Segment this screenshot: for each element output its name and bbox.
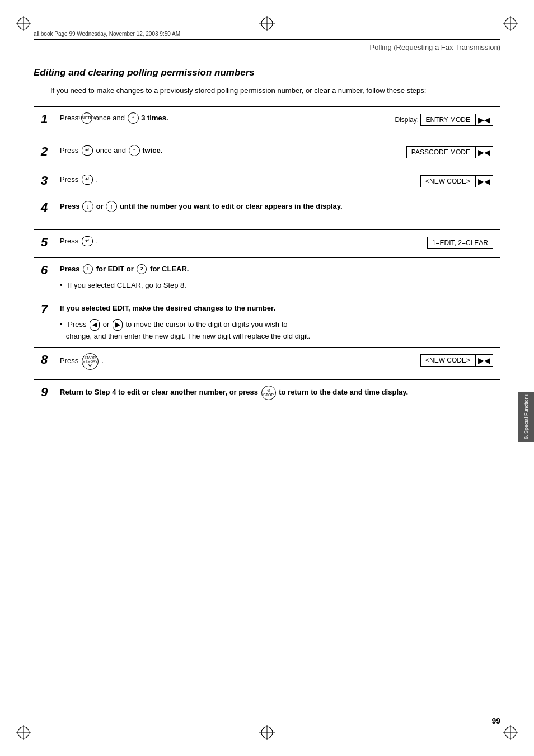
intro-text: If you need to make changes to a previou… <box>50 85 500 96</box>
step-9-body: Return to Step 4 to edit or clear anothe… <box>60 386 493 400</box>
registration-mark-bm <box>259 725 275 740</box>
step-4-body: Press ↓ or ↑ until the number you want t… <box>60 201 493 213</box>
registration-mark-tl <box>16 16 31 31</box>
step-9: 9 Return to Step 4 to edit or clear anot… <box>34 380 500 415</box>
step-5-display: 1=EDIT, 2=CLEAR <box>427 237 493 249</box>
step-1-display: Display: ENTRY MODE ▶◀ <box>395 114 493 126</box>
right-cursor-button: ▶ <box>113 319 123 331</box>
page-number: 99 <box>491 716 500 725</box>
up-arrow-button-4: ↑ <box>106 201 117 212</box>
page-header: all.book Page 99 Wednesday, November 12,… <box>34 31 500 51</box>
stop-button: ⊙STOP <box>261 386 276 400</box>
steps-container: 1 Press FUNCTION once and ↑ 3 times. Dis… <box>34 106 500 416</box>
file-info: all.book Page 99 Wednesday, November 12,… <box>34 31 500 37</box>
start-memory-button: START/MEMORY⏻ <box>82 353 99 370</box>
step-6-number: 6 <box>41 264 57 277</box>
registration-mark-tm <box>259 16 275 31</box>
step-8-number: 8 <box>41 353 57 367</box>
registration-mark-br <box>503 725 518 740</box>
left-cursor-button: ◀ <box>90 319 100 331</box>
step-6: 6 Press 1 for EDIT or 2 for CLEAR. If yo… <box>34 258 500 297</box>
step-2: 2 Press ↵ once and ↑ twice. PASSCODE MOD… <box>34 139 500 168</box>
step-6-bullet: If you selected CLEAR, go to Step 8. <box>60 280 186 291</box>
step-2-text: Press <box>60 146 81 154</box>
up-arrow-button-1: ↑ <box>128 112 139 124</box>
main-content: Editing and clearing polling permission … <box>34 67 500 415</box>
step-1-number: 1 <box>41 112 57 126</box>
step-3-display: <NEW CODE> ▶◀ <box>420 175 493 187</box>
step-1: 1 Press FUNCTION once and ↑ 3 times. Dis… <box>34 107 500 139</box>
step-5: 5 Press ↵ . 1=EDIT, 2=CLEAR <box>34 230 500 258</box>
enter-button-3: ↵ <box>82 175 93 185</box>
num1-button: 1 <box>83 264 93 274</box>
step-7-number: 7 <box>41 303 57 316</box>
step-9-number: 9 <box>41 386 57 399</box>
step-8: 8 Press START/MEMORY⏻ . <NEW CODE> ▶◀ <box>34 348 500 380</box>
step-3-number: 3 <box>41 174 57 187</box>
step-1-times: 3 times. <box>141 114 168 122</box>
side-tab: 6. Special Functions <box>518 392 534 442</box>
enter-button-5: ↵ <box>82 236 93 246</box>
num2-button: 2 <box>137 264 147 274</box>
page-title: Polling (Requesting a Fax Transmission) <box>34 41 500 51</box>
step-5-number: 5 <box>41 236 57 249</box>
registration-mark-tr <box>503 16 518 31</box>
registration-mark-bl <box>16 725 31 740</box>
step-6-body: Press 1 for EDIT or 2 for CLEAR. <box>60 264 493 275</box>
step-7: 7 If you selected EDIT, make the desired… <box>34 297 500 348</box>
down-arrow-button-4: ↓ <box>82 201 93 212</box>
function-button: FUNCTION <box>81 112 92 124</box>
step-8-display: <NEW CODE> ▶◀ <box>420 354 493 367</box>
up-arrow-button-2: ↑ <box>129 145 140 156</box>
step-7-body: If you selected EDIT, make the desired c… <box>60 303 493 314</box>
step-4-number: 4 <box>41 201 57 214</box>
step-7-bullet: Press ◀ or ▶ to move the cursor to the d… <box>60 319 310 341</box>
step-1-once: once and <box>95 114 127 122</box>
step-3: 3 Press ↵ . <NEW CODE> ▶◀ <box>34 168 500 195</box>
section-title: Editing and clearing polling permission … <box>34 67 500 78</box>
step-2-display: PASSCODE MODE ▶◀ <box>406 146 493 158</box>
enter-button-2: ↵ <box>82 145 93 156</box>
step-2-number: 2 <box>41 145 57 158</box>
step-4: 4 Press ↓ or ↑ until the number you want… <box>34 195 500 230</box>
